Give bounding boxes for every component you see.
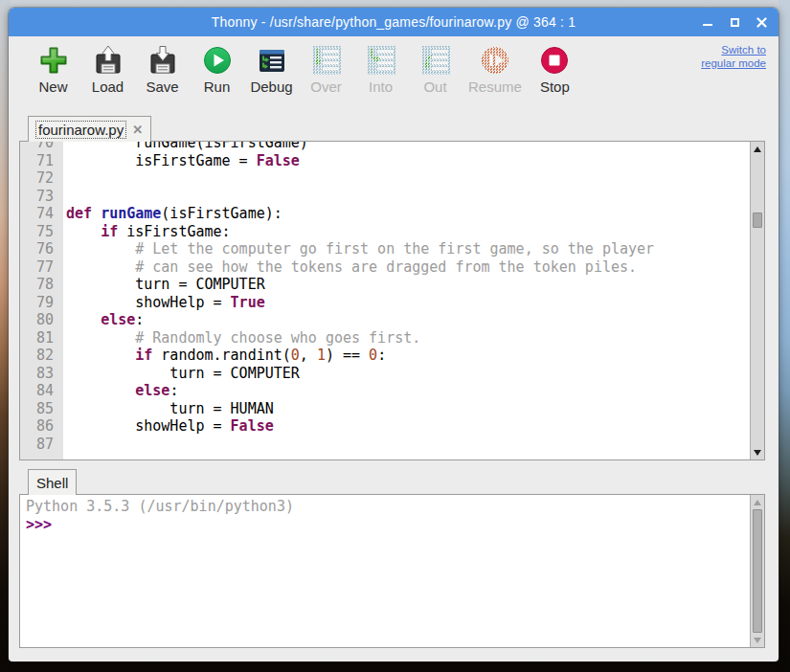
toolbar-button-new[interactable]: New: [26, 44, 80, 96]
code-line: 78 turn = COMPUTER: [20, 276, 750, 294]
code-area[interactable]: 70 runGame(isFirstGame)71 isFirstGame = …: [20, 142, 750, 459]
toolbar-button-out: Out: [408, 44, 463, 96]
shell-tabbar: Shell: [28, 468, 77, 494]
code-line-text: turn = COMPUTER: [63, 276, 265, 294]
line-number: 77: [20, 258, 63, 277]
shell-output[interactable]: Python 3.5.3 (/usr/bin/python3) >>>: [20, 495, 750, 647]
toolbar-button-label: Debug: [250, 78, 292, 95]
code-line: 74def runGame(isFirstGame):: [20, 205, 750, 223]
toolbar-button-resume: Resume: [463, 44, 528, 96]
editor-tabbar: fourinarow.py ✕: [9, 115, 779, 141]
code-line-text: [63, 436, 66, 454]
code-line: 83 turn = COMPUTER: [20, 365, 750, 383]
line-number: 74: [20, 205, 63, 223]
editor-scrollbar-thumb[interactable]: [753, 213, 762, 228]
run-icon: [202, 45, 233, 76]
code-line: 84 else:: [20, 382, 750, 400]
code-line: 75 if isFirstGame:: [20, 223, 750, 241]
line-number: 76: [20, 240, 63, 258]
shell-tab[interactable]: Shell: [28, 469, 77, 495]
shell-prompt: >>>: [26, 516, 52, 533]
step-over-icon: [311, 45, 342, 76]
editor-tab-label: fourinarow.py: [36, 122, 125, 138]
stop-icon: [539, 45, 570, 76]
toolbar-button-label: New: [38, 78, 67, 95]
shell-banner: Python 3.5.3 (/usr/bin/python3): [26, 498, 744, 516]
line-number: 70: [20, 142, 63, 152]
line-number: 87: [20, 436, 63, 454]
code-line: 86 showHelp = False: [20, 417, 750, 436]
toolbar-button-load[interactable]: Load: [80, 44, 135, 96]
toolbar-button-label: Out: [423, 78, 446, 95]
toolbar-button-run[interactable]: Run: [190, 44, 244, 96]
line-number: 80: [20, 311, 63, 329]
window-controls: [700, 8, 769, 36]
code-line: 72: [20, 169, 750, 188]
scroll-up-icon[interactable]: [751, 495, 764, 509]
step-into-icon: [366, 45, 396, 76]
scroll-down-icon[interactable]: [751, 445, 764, 459]
code-line-text: def runGame(isFirstGame):: [63, 205, 282, 223]
titlebar[interactable]: Thonny - /usr/share/python_games/fourina…: [9, 8, 779, 36]
close-icon[interactable]: [754, 14, 769, 30]
code-line: 77 # can see how the tokens are dragged …: [20, 258, 750, 277]
resume-icon: [480, 45, 510, 76]
editor-scrollbar[interactable]: [750, 142, 764, 459]
code-line-text: showHelp = True: [63, 294, 265, 312]
code-line: 73: [20, 188, 750, 206]
editor-tab-fourinarow[interactable]: fourinarow.py ✕: [28, 116, 151, 142]
code-line-text: [63, 169, 66, 188]
toolbar-button-stop[interactable]: Stop: [528, 44, 582, 96]
code-line: 85 turn = HUMAN: [20, 400, 750, 418]
code-line: 71 isFirstGame = False: [20, 152, 750, 170]
code-editor[interactable]: 70 runGame(isFirstGame)71 isFirstGame = …: [19, 141, 765, 460]
line-number: 82: [20, 347, 63, 365]
toolbar: NewLoadSaveRunDebugOverIntoOutResumeStop…: [9, 36, 779, 115]
toolbar-button-label: Run: [204, 78, 231, 95]
code-line: 87: [20, 436, 750, 454]
shell-panel[interactable]: Python 3.5.3 (/usr/bin/python3) >>>: [19, 494, 765, 648]
line-number: 71: [20, 152, 63, 170]
code-line-text: showHelp = False: [63, 417, 274, 436]
scroll-down-icon[interactable]: [751, 633, 764, 647]
line-number: 78: [20, 276, 63, 294]
line-number: 75: [20, 223, 63, 241]
toolbar-button-label: Over: [310, 78, 342, 95]
toolbar-button-label: Resume: [468, 78, 522, 95]
line-number: 84: [20, 382, 63, 400]
toolbar-button-save[interactable]: Save: [135, 44, 190, 96]
save-file-icon: [147, 45, 178, 76]
code-line-text: # can see how the tokens are dragged fro…: [63, 258, 637, 277]
load-file-icon: [93, 45, 124, 76]
scroll-up-icon[interactable]: [751, 142, 764, 156]
code-line-text: if isFirstGame:: [63, 223, 231, 241]
minimize-icon[interactable]: [700, 14, 715, 30]
code-line: 76 # Let the computer go first on the fi…: [20, 240, 750, 258]
debug-icon: [257, 45, 287, 76]
code-line-text: turn = HUMAN: [63, 400, 274, 418]
code-line-text: turn = COMPUTER: [63, 365, 300, 383]
shell-scrollbar[interactable]: [750, 495, 764, 647]
line-number: 72: [20, 169, 63, 188]
code-line: 82 if random.randint(0, 1) == 0:: [20, 347, 750, 365]
toolbar-button-over: Over: [299, 44, 353, 96]
code-line-text: runGame(isFirstGame): [63, 142, 308, 152]
line-number: 86: [20, 417, 63, 436]
window-title: Thonny - /usr/share/python_games/fourina…: [212, 14, 576, 30]
code-line: 70 runGame(isFirstGame): [20, 142, 750, 152]
line-number: 83: [20, 365, 63, 383]
shell-scrollbar-thumb[interactable]: [753, 509, 762, 633]
toolbar-button-label: Save: [146, 78, 178, 95]
maximize-icon[interactable]: [727, 14, 742, 30]
tab-close-icon[interactable]: ✕: [132, 123, 143, 137]
switch-mode-link[interactable]: Switch to regular mode: [701, 43, 766, 70]
code-line: 80 else:: [20, 311, 750, 329]
code-line-text: # Let the computer go first on the first…: [63, 240, 654, 258]
new-file-icon: [38, 45, 69, 76]
toolbar-button-label: Into: [369, 78, 393, 95]
step-out-icon: [420, 45, 451, 76]
toolbar-button-debug[interactable]: Debug: [244, 44, 299, 96]
desktop-background: Thonny - /usr/share/python_games/fourina…: [0, 0, 790, 672]
code-line-text: else:: [63, 311, 144, 329]
shell-tab-label: Shell: [36, 475, 68, 491]
